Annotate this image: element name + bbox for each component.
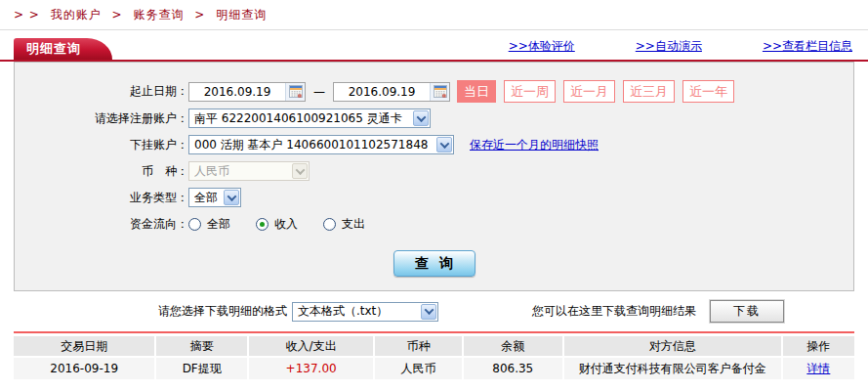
query-button[interactable]: 查 询 [393, 250, 475, 277]
currency-value: 人民币 [194, 163, 229, 180]
calendar-icon[interactable] [285, 83, 305, 101]
dropdown-arrow-icon [224, 190, 239, 205]
breadcrumb-separator: > [112, 8, 123, 22]
calendar-icon[interactable] [430, 83, 449, 101]
date-to-value: 2016.09.19 [334, 85, 430, 99]
cell-action: 详情 [783, 358, 854, 379]
breadcrumb-account-query[interactable]: 账务查询 [133, 8, 184, 22]
quick-range-month-button[interactable]: 近一月 [563, 80, 615, 103]
cell-summary: DF提现 [156, 358, 249, 379]
quick-range-3months-button[interactable]: 近三月 [623, 80, 675, 103]
header-counterparty: 对方信息 [564, 336, 783, 356]
header-summary: 摘要 [156, 336, 249, 356]
query-form-panel: 起止日期： 2016.09.19 [14, 62, 854, 291]
date-from-value: 2016.09.19 [189, 85, 285, 99]
sub-account-select[interactable]: 000 活期 基本户 1406600101102571848 [188, 135, 454, 154]
sub-account-label: 下挂账户： [15, 137, 188, 153]
breadcrumb-detail-query[interactable]: 明细查询 [216, 8, 267, 22]
register-account-row: 请选择注册账户： 南平 6222001406100921065 灵通卡 [15, 108, 853, 129]
currency-row: 币 种： 人民币 [15, 160, 853, 182]
quick-range-buttons: 当日 近一周 近一月 近三月 近一年 [457, 80, 742, 103]
fund-flow-expense-label: 支出 [342, 216, 365, 233]
fund-flow-income-label: 收入 [274, 216, 298, 233]
fund-flow-option-income[interactable]: 收入 [256, 216, 298, 233]
top-links: >>体验评价 >>自动演示 >>查看栏目信息 [509, 38, 852, 55]
result-table: 交易日期 摘要 收入/支出 币种 余额 对方信息 操作 2016-09-19 D… [14, 331, 854, 379]
breadcrumb: > > 我的账户 > 账务查询 > 明细查询 [0, 0, 868, 30]
sub-account-row: 下挂账户： 000 活期 基本户 1406600101102571848 保存近… [15, 134, 853, 155]
currency-label: 币 种： [15, 163, 188, 180]
radio-icon[interactable] [323, 218, 336, 231]
business-type-select[interactable]: 全部 [188, 188, 241, 207]
fund-flow-option-expense[interactable]: 支出 [323, 216, 365, 233]
dropdown-arrow-icon [436, 137, 452, 152]
detail-query-page: > > 我的账户 > 账务查询 > 明细查询 明细查询 >>体验评价 >>自动演… [0, 0, 868, 391]
date-to-input[interactable]: 2016.09.19 [333, 82, 450, 102]
date-range-separator: — [313, 85, 325, 99]
breadcrumb-my-account[interactable]: 我的账户 [51, 8, 102, 22]
save-snapshot-link[interactable]: 保存近一个月的明细快照 [470, 137, 599, 153]
header-balance: 余额 [464, 336, 564, 356]
table-row: 2016-09-19 DF提现 +137.00 人民币 806.35 财付通支付… [14, 358, 854, 379]
dropdown-arrow-icon [421, 304, 436, 320]
currency-select: 人民币 [188, 161, 310, 181]
cell-currency: 人民币 [375, 358, 463, 379]
header-currency: 币种 [375, 336, 463, 356]
dropdown-arrow-icon [413, 110, 429, 126]
register-account-value: 南平 6222001406100921065 灵通卡 [194, 110, 402, 127]
quick-range-week-button[interactable]: 近一周 [504, 80, 556, 103]
radio-icon[interactable] [188, 218, 201, 231]
cell-counterparty: 财付通支付科技有限公司客户备付金 [564, 358, 783, 379]
download-format-label: 请您选择下载明细的格式 [158, 303, 287, 320]
download-row: 请您选择下载明细的格式 文本格式（.txt） 您可以在这里下载查询明细结果 下载 [158, 300, 868, 323]
fund-flow-all-label: 全部 [207, 216, 230, 233]
cell-trade-date: 2016-09-19 [14, 358, 156, 379]
breadcrumb-prefix: > > [14, 8, 40, 22]
cell-amount: +137.00 [249, 358, 375, 379]
date-from-input[interactable]: 2016.09.19 [188, 82, 306, 102]
link-auto-demo[interactable]: >>自动演示 [636, 38, 702, 55]
header-income-expense: 收入/支出 [249, 336, 375, 356]
link-experience-review[interactable]: >>体验评价 [509, 38, 575, 55]
table-header-row: 交易日期 摘要 收入/支出 币种 余额 对方信息 操作 [14, 336, 854, 356]
register-account-select[interactable]: 南平 6222001406100921065 灵通卡 [188, 109, 431, 128]
business-type-label: 业务类型： [15, 190, 188, 206]
quick-range-today-button[interactable]: 当日 [457, 80, 496, 103]
download-hint: 您可以在这里下载查询明细结果 [532, 303, 696, 320]
header-trade-date: 交易日期 [14, 336, 156, 356]
register-account-label: 请选择注册账户： [15, 110, 188, 127]
date-range-row: 起止日期： 2016.09.19 [15, 80, 853, 103]
header-action: 操作 [783, 336, 854, 356]
download-format-select[interactable]: 文本格式（.txt） [292, 302, 438, 322]
dropdown-arrow-icon [292, 163, 308, 179]
download-format-value: 文本格式（.txt） [298, 303, 388, 320]
fund-flow-label: 资金流向： [15, 216, 188, 233]
radio-checked-icon[interactable] [256, 218, 269, 231]
tab-detail-query[interactable]: 明细查询 [14, 38, 112, 60]
detail-link[interactable]: 详情 [806, 362, 830, 375]
date-range-label: 起止日期： [15, 83, 188, 100]
quick-range-year-button[interactable]: 近一年 [682, 80, 734, 103]
tab-bar: 明细查询 >>体验评价 >>自动演示 >>查看栏目信息 [0, 38, 868, 62]
cell-balance: 806.35 [464, 358, 564, 379]
business-type-value: 全部 [194, 190, 218, 206]
breadcrumb-separator: > [194, 8, 205, 22]
link-view-column-info[interactable]: >>查看栏目信息 [763, 38, 852, 55]
download-button[interactable]: 下载 [710, 300, 784, 323]
business-type-row: 业务类型： 全部 [15, 187, 853, 208]
fund-flow-row: 资金流向： 全部 收入 支出 [15, 213, 853, 235]
sub-account-value: 000 活期 基本户 1406600101102571848 [194, 137, 428, 153]
fund-flow-option-all[interactable]: 全部 [188, 216, 230, 233]
